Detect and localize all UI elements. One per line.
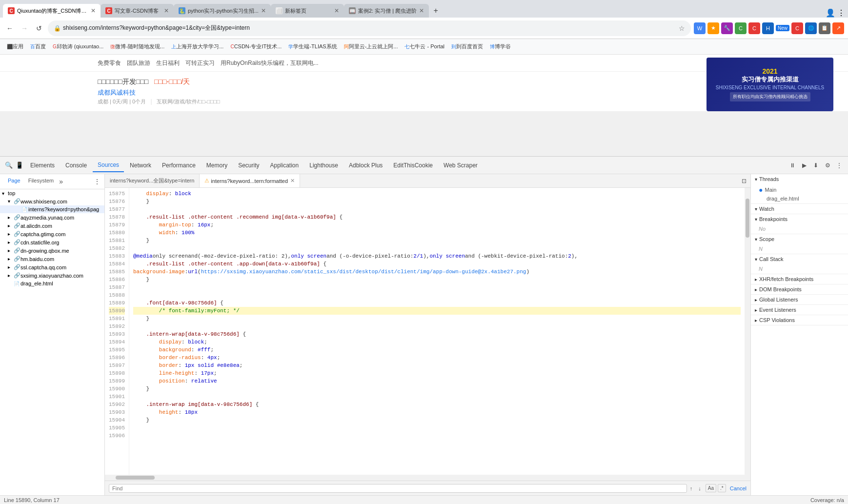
bookmark-star[interactable]: ☆: [679, 24, 685, 32]
devtools-tab-performance[interactable]: Performance: [157, 159, 201, 172]
extension-7[interactable]: C: [791, 22, 803, 34]
tab-close-3[interactable]: ✕: [261, 7, 266, 14]
tab-qiuxuntao[interactable]: C Qiuxuntao的博客_CSDN博客-p ✕: [3, 4, 101, 18]
bookmark-shida[interactable]: 上 上海开放大学学习...: [168, 42, 226, 51]
editor-tab-1[interactable]: interns?keyword...全国&type=intern: [105, 174, 200, 188]
bookmark-apps[interactable]: ⬛ 应用: [4, 42, 26, 51]
tree-item-top[interactable]: ▾ top: [0, 189, 104, 197]
right-section-watch-header[interactable]: ▾ Watch: [751, 204, 848, 214]
code-content[interactable]: display: block } .result-list .other-con…: [129, 188, 745, 475]
devtools-settings-icon[interactable]: ⚙: [823, 161, 832, 170]
tree-item-hm[interactable]: ▸ 🔗 hm.baidu.com: [0, 255, 104, 263]
find-input[interactable]: [109, 484, 687, 493]
h-scroll-thumb[interactable]: [116, 476, 155, 480]
editor-tab-close-2[interactable]: ✕: [290, 178, 295, 184]
tree-item-cdn[interactable]: ▸ 🔗 cdn.staticfile.org: [0, 238, 104, 246]
devtools-more-icon[interactable]: ⋮: [834, 161, 844, 170]
devtools-tab-console[interactable]: Console: [61, 159, 92, 172]
editor-tab-dock[interactable]: ⊡: [738, 178, 750, 184]
tab-close-2[interactable]: ✕: [164, 7, 169, 14]
devtools-dock-icon[interactable]: ⏸: [787, 161, 797, 170]
extension-4[interactable]: C: [735, 22, 747, 34]
new-tab-button[interactable]: +: [429, 4, 443, 18]
devtools-device-icon[interactable]: 📱: [15, 161, 24, 170]
right-section-dom-header[interactable]: ▸ DOM Breakpoints: [751, 284, 848, 294]
tab-python[interactable]: 🐍 python实习-python实习生招... ✕: [174, 4, 271, 18]
tree-item-dn[interactable]: ▸ 🔗 dn-growing.qbox.me: [0, 246, 104, 255]
devtools-tab-editthiscookie[interactable]: EditThisCookie: [388, 159, 438, 172]
find-regex-option[interactable]: .*: [718, 484, 726, 492]
tab-new-tab[interactable]: ⬜ 新标签页 ✕: [271, 4, 344, 18]
devtools-tab-network[interactable]: Network: [125, 159, 156, 172]
find-aa-option[interactable]: Aa: [706, 484, 716, 492]
extension-1[interactable]: W: [694, 22, 706, 34]
devtools-tab-sources[interactable]: Sources: [93, 159, 124, 172]
bookmark-weibo[interactable]: 微 微博-随时随地发现...: [107, 42, 167, 51]
reload-button[interactable]: ↺: [33, 22, 45, 34]
menu-icon[interactable]: ⋮: [837, 8, 845, 18]
tree-item-sxsimg[interactable]: ▸ 🔗 sxsimg.xiaoyuanzhao.com: [0, 271, 104, 280]
tab-close-5[interactable]: ✕: [419, 7, 424, 14]
tree-item-aqyz[interactable]: ▸ 🔗 aqyzmedia.yunaq.com: [0, 213, 104, 222]
devtools-step-icon[interactable]: ⬇: [811, 161, 821, 170]
right-section-event-header[interactable]: ▸ Event Listeners: [751, 305, 848, 315]
devtools-tab-adblock[interactable]: Adblock Plus: [344, 159, 387, 172]
find-cancel-button[interactable]: Cancel: [730, 485, 747, 491]
url-bar[interactable]: 🔒 shixiseng.com/interns?keyword=python&p…: [48, 20, 691, 36]
tree-item-drag[interactable]: 📄 drag_ele.html: [0, 280, 104, 287]
devtools-inspect-icon[interactable]: 🔍: [4, 161, 14, 170]
devtools-tab-elements[interactable]: Elements: [25, 159, 60, 172]
devtools-tab-webscraper[interactable]: Web Scraper: [439, 159, 483, 172]
bookmark-aliyun[interactable]: 阿 阿里云-上云就上阿...: [341, 42, 401, 51]
extension-2[interactable]: ★: [707, 22, 719, 34]
v-scroll-thumb[interactable]: [746, 199, 749, 238]
bookmark-csdn[interactable]: C CSDN-专业IT技术...: [227, 42, 284, 51]
bookmark-qiubo[interactable]: G 邱勃涛 (qiuxuntao...: [50, 42, 106, 51]
extension-3[interactable]: 🔧: [721, 22, 733, 34]
extension-6[interactable]: H: [762, 22, 774, 34]
find-prev-button[interactable]: ↑: [687, 484, 696, 492]
job-company-link[interactable]: 成都风诚科技: [98, 89, 136, 96]
devtools-tab-application[interactable]: Application: [265, 159, 304, 172]
tab-close-1[interactable]: ✕: [91, 7, 96, 14]
devtools-tab-lighthouse[interactable]: Lighthouse: [304, 159, 343, 172]
tree-item-alicdn[interactable]: ▸ 🔗 at.alicdn.com: [0, 222, 104, 230]
forward-button[interactable]: →: [19, 22, 30, 34]
find-next-button[interactable]: ↓: [695, 484, 704, 492]
tab-case2[interactable]: 📖 案例2: 实习僧 | 爬虫进阶 ✕: [344, 4, 429, 18]
file-tree-tab-filesystem[interactable]: Filesystem: [24, 176, 58, 187]
vertical-scrollbar[interactable]: [745, 188, 750, 481]
horizontal-scrollbar[interactable]: [105, 475, 745, 481]
right-section-breakpoints-header[interactable]: ▾ Breakpoints: [751, 214, 848, 224]
devtools-tab-security[interactable]: Security: [233, 159, 264, 172]
tree-item-interns[interactable]: 📄 interns?keyword=python&pag: [0, 205, 104, 213]
tab-write[interactable]: C 写文章-CSDN博客 ✕: [101, 4, 174, 18]
extension-8[interactable]: 🌐: [805, 22, 817, 34]
tree-item-captcha[interactable]: ▸ 🔗 captcha.gtimg.com: [0, 230, 104, 238]
editor-tab-2[interactable]: ⚠ interns?keyword...tern:formatted ✕: [200, 174, 300, 188]
right-section-csp-header[interactable]: ▸ CSP Violations: [751, 315, 848, 325]
extension-10[interactable]: ↗: [832, 22, 844, 34]
bookmark-tlias[interactable]: 学 学生端-TLIAS系统: [285, 42, 340, 51]
extension-5[interactable]: C: [748, 22, 760, 34]
file-tree-more[interactable]: »: [58, 176, 64, 187]
right-section-xhr-header[interactable]: ▸ XHR/fetch Breakpoints: [751, 274, 848, 284]
right-section-callstack-header[interactable]: ▾ Call Stack: [751, 254, 848, 264]
right-section-threads-header[interactable]: ▾ Threads: [751, 174, 848, 184]
devtools-tab-memory[interactable]: Memory: [202, 159, 232, 172]
file-tree-tab-page[interactable]: Page: [4, 176, 24, 187]
tree-item-ssl[interactable]: ▸ 🔗 ssl.captcha.qq.com: [0, 263, 104, 271]
right-section-scope-header[interactable]: ▾ Scope: [751, 234, 848, 244]
bookmark-qiniu[interactable]: 七 七牛云 - Portal: [402, 42, 447, 51]
back-button[interactable]: ←: [4, 22, 16, 34]
bookmark-baidu[interactable]: 百 百度: [27, 42, 49, 51]
tab-close-4[interactable]: ✕: [334, 7, 339, 14]
right-section-global-header[interactable]: ▸ Global Listeners: [751, 295, 848, 304]
devtools-resume-icon[interactable]: ▶: [799, 161, 809, 170]
bookmark-baidu2[interactable]: 到 到百度首页: [448, 42, 486, 51]
bookmark-boxuegu[interactable]: 博 博学谷: [487, 42, 514, 51]
code-line-15885: background-image:url(https://sxsimg.xiao…: [133, 268, 741, 276]
extension-9[interactable]: 📋: [819, 22, 830, 34]
file-tree-menu[interactable]: ⋮: [94, 178, 101, 185]
tree-item-shixiseng[interactable]: ▾ 🔗 www.shixiseng.com: [0, 197, 104, 205]
